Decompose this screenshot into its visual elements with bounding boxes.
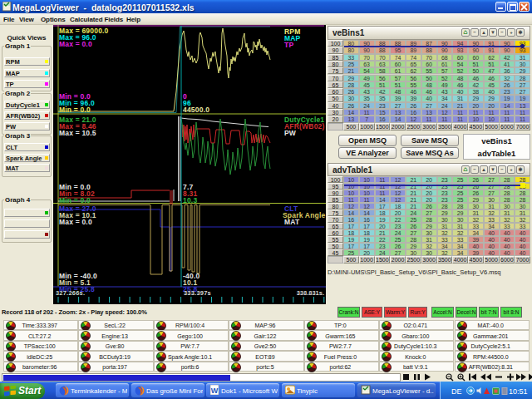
svg-text:W: W: [211, 387, 219, 395]
